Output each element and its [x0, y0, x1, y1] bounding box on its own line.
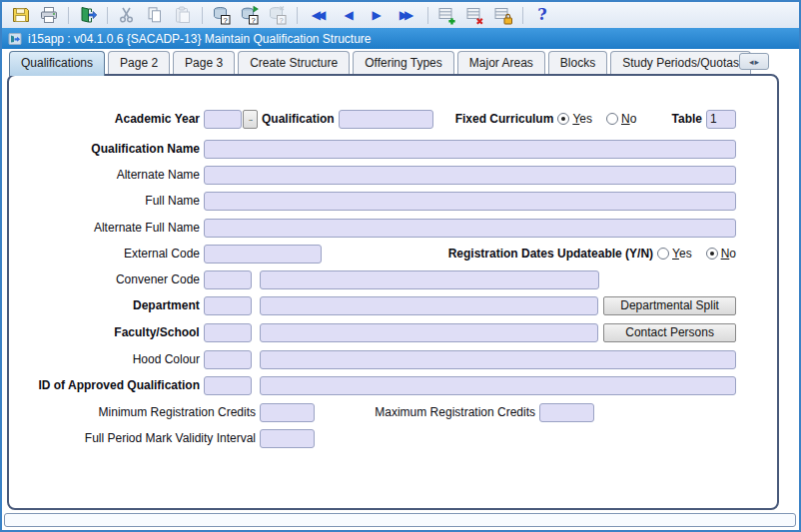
print-icon[interactable] — [38, 4, 60, 26]
toolbar-separator — [297, 7, 298, 24]
status-bar — [4, 513, 796, 527]
convener-code-input[interactable] — [204, 270, 252, 289]
convener-description-field[interactable] — [260, 270, 599, 289]
full-name-label: Full Name — [14, 194, 204, 208]
form-row: Qualification Name — [14, 139, 736, 159]
tab-major-areas[interactable]: Major Areas — [457, 51, 545, 74]
fixed-curriculum-no-label[interactable]: No — [621, 112, 636, 126]
execute-query-icon[interactable]: ? — [239, 4, 261, 26]
registration-dates-yes-radio[interactable] — [657, 248, 669, 260]
toolbar-separator — [68, 7, 69, 24]
departmental-split-button[interactable]: Departmental Split — [603, 296, 736, 315]
department-code-input[interactable] — [204, 296, 252, 315]
tab-create-structure[interactable]: Create Structure — [238, 51, 350, 74]
minimum-registration-credits-label: Minimum Registration Credits — [14, 405, 260, 419]
svg-text:?: ? — [280, 16, 284, 25]
qualification-label: Qualification — [262, 112, 339, 126]
form-titlebar: i15app : v04.1.0.6 {SACADP-13} Maintain … — [2, 28, 799, 49]
form-row: ID of Approved Qualification — [14, 375, 736, 395]
tab-offering-types[interactable]: Offering Types — [353, 51, 454, 74]
qualification-name-input[interactable] — [204, 140, 736, 159]
id-of-approved-qualification-label: ID of Approved Qualification — [14, 378, 204, 392]
full-period-mark-validity-interval-input[interactable] — [260, 429, 315, 448]
toolbar-separator — [107, 7, 108, 24]
academic-year-lov-button[interactable]: ... — [243, 110, 258, 129]
qualification-name-label: Qualification Name — [14, 142, 204, 156]
fixed-curriculum-no-radio[interactable] — [606, 113, 618, 125]
external-code-label: External Code — [14, 247, 204, 261]
toolbar-separator — [202, 7, 203, 24]
contact-persons-button[interactable]: Contact Persons — [603, 323, 736, 342]
table-input[interactable] — [706, 110, 736, 129]
registration-dates-no-label[interactable]: No — [721, 247, 736, 261]
application-window: ? ? ? ◀◀ ◀ ▶ ▶▶ ? i15app : v04.1.0.6 {SA… — [0, 0, 801, 532]
toolbar-separator — [522, 7, 523, 24]
academic-year-input[interactable] — [204, 110, 242, 129]
help-icon[interactable]: ? — [531, 4, 553, 26]
registration-dates-yes-label[interactable]: Yes — [672, 247, 692, 261]
id-of-approved-qualification-input[interactable] — [204, 376, 252, 395]
tab-scroll-right-icon[interactable]: ▸ — [755, 57, 760, 67]
cut-icon[interactable] — [116, 4, 138, 26]
full-name-input[interactable] — [204, 192, 736, 211]
fixed-curriculum-label: Fixed Curriculum — [455, 112, 558, 126]
fixed-curriculum-yes-label[interactable]: Yes — [572, 112, 592, 126]
tab-qualifications[interactable]: Qualifications — [9, 51, 105, 76]
faculty-school-code-input[interactable] — [204, 323, 252, 342]
delete-record-icon[interactable] — [464, 4, 486, 26]
toolbar: ? ? ? ◀◀ ◀ ▶ ▶▶ ? — [2, 2, 799, 28]
tab-page-3[interactable]: Page 3 — [173, 51, 235, 74]
registration-dates-yes-option[interactable]: Yes — [657, 247, 692, 261]
paste-icon[interactable] — [172, 4, 194, 26]
form-row: Convener Code — [14, 269, 736, 289]
previous-record-icon[interactable]: ◀ — [338, 4, 360, 26]
form-row: Hood Colour — [14, 349, 736, 369]
form-row: Academic Year ... Qualification Fixed Cu… — [14, 109, 736, 129]
department-label: Department — [14, 298, 204, 312]
maximum-registration-credits-input[interactable] — [539, 403, 594, 422]
tab-scroll-button[interactable]: ◂ ▸ — [739, 53, 769, 70]
department-description-field[interactable] — [260, 296, 598, 315]
alternate-name-input[interactable] — [204, 166, 736, 185]
tab-study-periods-quotas[interactable]: Study Periods/Quotas — [610, 51, 751, 74]
registration-dates-no-option[interactable]: No — [706, 247, 736, 261]
next-record-icon[interactable]: ▶ — [366, 4, 388, 26]
form-window-icon — [8, 32, 22, 46]
alternate-full-name-label: Alternate Full Name — [14, 221, 204, 235]
lock-record-icon[interactable] — [492, 4, 514, 26]
enter-query-icon[interactable]: ? — [211, 4, 233, 26]
insert-record-icon[interactable] — [436, 4, 458, 26]
last-record-icon[interactable]: ▶▶ — [394, 4, 419, 26]
registration-dates-no-radio[interactable] — [706, 248, 718, 260]
save-icon[interactable] — [10, 4, 32, 26]
qualification-input[interactable] — [339, 110, 433, 129]
tab-page-2[interactable]: Page 2 — [108, 51, 170, 74]
svg-text:?: ? — [224, 16, 228, 25]
convener-code-label: Convener Code — [14, 272, 204, 286]
faculty-school-label: Faculty/School — [14, 325, 204, 339]
tab-scroll-left-icon[interactable]: ◂ — [749, 57, 754, 67]
copy-icon[interactable] — [144, 4, 166, 26]
id-of-approved-qualification-description-field[interactable] — [260, 376, 736, 395]
form-row: Full Period Mark Validity Interval — [14, 428, 736, 448]
maximum-registration-credits-label: Maximum Registration Credits — [315, 405, 539, 419]
hood-colour-code-input[interactable] — [204, 350, 252, 369]
minimum-registration-credits-input[interactable] — [260, 403, 315, 422]
hood-colour-description-field[interactable] — [260, 350, 736, 369]
fixed-curriculum-no-option[interactable]: No — [606, 112, 636, 126]
table-group: Table — [672, 110, 736, 129]
fixed-curriculum-yes-option[interactable]: Yes — [557, 112, 592, 126]
full-period-mark-validity-interval-label: Full Period Mark Validity Interval — [14, 431, 260, 445]
external-code-input[interactable] — [204, 245, 322, 264]
hood-colour-label: Hood Colour — [14, 352, 204, 366]
faculty-school-description-field[interactable] — [260, 323, 598, 342]
first-record-icon[interactable]: ◀◀ — [306, 4, 332, 26]
form-row: Full Name — [14, 191, 736, 211]
cancel-query-icon[interactable]: ? — [267, 4, 289, 26]
academic-year-label: Academic Year — [14, 112, 204, 126]
fixed-curriculum-yes-radio[interactable] — [557, 113, 569, 125]
tab-blocks[interactable]: Blocks — [548, 51, 607, 74]
exit-icon[interactable] — [77, 4, 99, 26]
alternate-full-name-input[interactable] — [204, 219, 736, 238]
svg-text:?: ? — [252, 16, 256, 25]
